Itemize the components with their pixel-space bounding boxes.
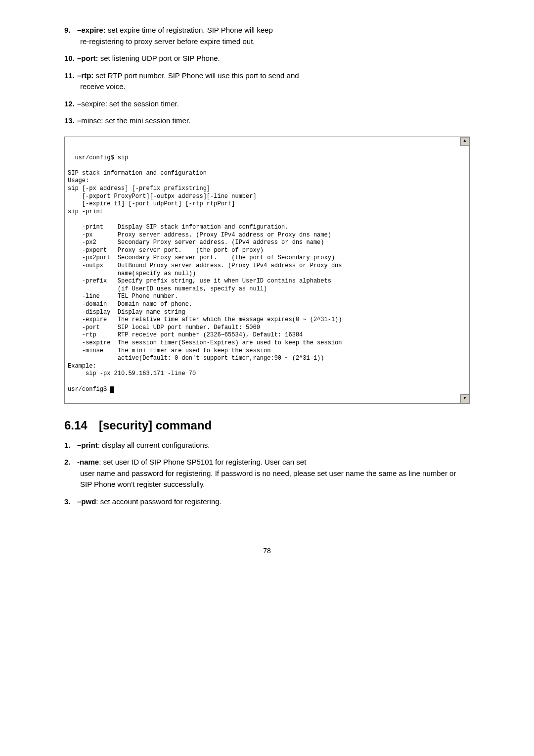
item-text: sexpire: set the session timer.	[81, 99, 179, 108]
item-num: 13.	[64, 115, 77, 127]
item-num: 12.	[64, 98, 77, 110]
item-text: set expire time of registration. SIP Pho…	[106, 26, 273, 34]
bottom-list: 1.–print: display all current configurat…	[64, 440, 470, 508]
item-cont: re-registering to proxy server before ex…	[80, 36, 470, 47]
item-text: minse: set the mini session timer.	[81, 116, 190, 125]
item-text: : display all current configurations.	[98, 441, 210, 449]
item-opt: –port:	[77, 54, 98, 62]
item-num: 3.	[64, 496, 77, 508]
list-item: 1.–print: display all current configurat…	[64, 440, 470, 451]
section-heading: 6.14[security] command	[64, 419, 470, 432]
item-cont: receive voice.	[80, 81, 470, 93]
item-opt: –print	[77, 441, 98, 449]
item-num: 9.	[64, 25, 77, 36]
list-item: 10.–port: set listening UDP port or SIP …	[64, 53, 470, 64]
terminal-text: usr/config$ sip SIP stack information an…	[68, 154, 342, 393]
list-item: 2.-name: set user ID of SIP Phone SP5101…	[64, 457, 470, 490]
list-item: 13.–minse: set the mini session timer.	[64, 115, 470, 127]
item-text: : set user ID of SIP Phone SP5101 for re…	[99, 458, 306, 466]
list-item: 12.–sexpire: set the session timer.	[64, 98, 470, 110]
heading-num: 6.14	[64, 419, 99, 432]
list-item: 11.–rtp: set RTP port number. SIP Phone …	[64, 70, 470, 93]
scroll-up-button[interactable]: ▲	[460, 137, 469, 146]
item-opt: –rtp:	[77, 71, 93, 80]
item-text: set listening UDP port or SIP Phone.	[98, 54, 220, 62]
item-num: 1.	[64, 440, 77, 451]
terminal-cursor	[110, 386, 114, 393]
item-text: set RTP port number. SIP Phone will use …	[93, 71, 299, 80]
item-text: : set account password for registering.	[96, 497, 221, 506]
item-cont: user name and password for registering. …	[80, 468, 470, 490]
item-num: 2.	[64, 457, 77, 468]
terminal-output: ▲ usr/config$ sip SIP stack information …	[64, 137, 470, 404]
top-list: 9.–expire: set expire time of registrati…	[64, 25, 470, 127]
list-item: 3.–pwd: set account password for registe…	[64, 496, 470, 508]
item-num: 11.	[64, 70, 77, 82]
scroll-down-button[interactable]: ▼	[460, 394, 469, 403]
item-num: 10.	[64, 53, 77, 64]
page-number: 78	[64, 547, 470, 555]
list-item: 9.–expire: set expire time of registrati…	[64, 25, 470, 47]
item-opt: –expire:	[77, 26, 106, 34]
item-opt: -name	[77, 458, 99, 466]
item-opt: –pwd	[77, 497, 96, 506]
heading-title: [security] command	[99, 419, 212, 432]
